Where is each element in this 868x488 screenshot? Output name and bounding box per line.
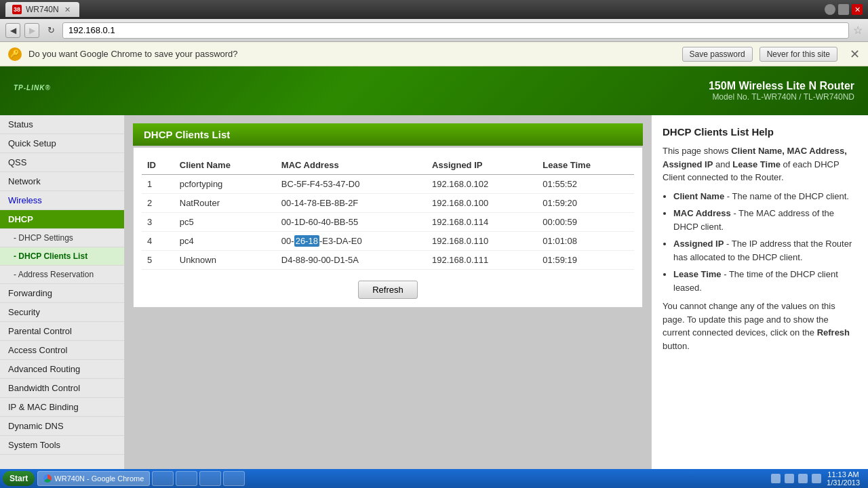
sidebar-item-dhcp-settings[interactable]: - DHCP Settings — [0, 229, 124, 247]
sidebar-item-security[interactable]: Security — [0, 303, 124, 322]
clock: 11:13 AM 1/31/2013 — [827, 470, 860, 487]
sidebar-item-ip-mac-binding[interactable]: IP & MAC Binding — [0, 398, 124, 417]
col-client-name: Client Name — [174, 156, 276, 175]
router-model-number: Model No. TL-WR740N / TL-WR740ND — [709, 92, 854, 102]
sidebar-item-dhcp-clients-list[interactable]: - DHCP Clients List — [0, 247, 124, 266]
tab-favicon: 38 — [12, 5, 22, 14]
table-row: 2 NatRouter 00-14-78-EB-8B-2F 192.168.0.… — [142, 194, 634, 213]
help-item-client-name: Client Name - The name of the DHCP clien… — [673, 190, 857, 203]
taskbar-app-2[interactable] — [152, 471, 174, 486]
router-model-info: 150M Wireless Lite N Router Model No. TL… — [709, 80, 854, 102]
help-bold-lease: Lease Time — [732, 159, 781, 169]
sidebar-item-qss[interactable]: QSS — [0, 153, 124, 172]
tab-title: WR740N — [26, 5, 59, 14]
cell-client-name: pc4 — [174, 232, 276, 251]
browser-tab[interactable]: 38 WR740N ✕ — [5, 2, 79, 17]
cell-ip: 192.168.0.102 — [427, 175, 537, 194]
sidebar-item-access-control[interactable]: Access Control — [0, 341, 124, 360]
help-intro-text: This page shows — [663, 146, 731, 156]
forward-button[interactable]: ▶ — [24, 23, 39, 38]
help-item-assigned-ip: Assigned IP - The IP address that the Ro… — [673, 237, 857, 264]
sidebar-item-advanced-routing[interactable]: Advanced Routing — [0, 360, 124, 379]
password-bar-close-icon[interactable]: ✕ — [850, 47, 860, 62]
sidebar-item-bandwidth-control[interactable]: Bandwidth Control — [0, 379, 124, 398]
mac-part1: 00- — [281, 236, 294, 246]
never-for-site-button[interactable]: Never for this site — [760, 47, 837, 62]
taskbar-apps: WR740N - Google Chrome — [37, 471, 763, 486]
cell-client-name: pc5 — [174, 213, 276, 232]
cell-id: 1 — [142, 175, 174, 194]
dhcp-table-wrapper: ID Client Name MAC Address Assigned IP L… — [133, 147, 643, 308]
sidebar-item-network[interactable]: Network — [0, 172, 124, 191]
dhcp-table-title: DHCP Clients List — [133, 123, 643, 146]
sidebar-item-wireless[interactable]: Wireless — [0, 191, 124, 210]
cell-lease: 01:59:20 — [537, 194, 634, 213]
cell-mac: 00-1D-60-40-BB-55 — [276, 213, 427, 232]
help-refresh-bold: Refresh — [817, 327, 850, 338]
refresh-button[interactable]: ↻ — [43, 23, 58, 38]
table-row: 1 pcfortyping BC-5F-F4-53-47-D0 192.168.… — [142, 175, 634, 194]
browser-toolbar: ◀ ▶ ↻ ☆ — [0, 19, 868, 42]
cell-id: 2 — [142, 194, 174, 213]
sidebar-item-dynamic-dns[interactable]: Dynamic DNS — [0, 417, 124, 436]
address-bar[interactable] — [62, 22, 849, 39]
taskbar-app-5[interactable] — [223, 471, 245, 486]
help-intro-paragraph: This page shows Client Name, MAC Address… — [663, 144, 857, 184]
cell-client-name: pcfortyping — [174, 175, 276, 194]
refresh-table-button[interactable]: Refresh — [358, 281, 418, 299]
chrome-icon — [43, 474, 52, 483]
table-row: 4 pc4 00-26-18-E3-DA-E0 192.168.0.110 01… — [142, 232, 634, 251]
tray-icon-2 — [785, 474, 794, 483]
table-row: 3 pc5 00-1D-60-40-BB-55 192.168.0.114 00… — [142, 213, 634, 232]
cell-lease: 01:01:08 — [537, 232, 634, 251]
taskbar-app-3[interactable] — [176, 471, 197, 486]
cell-ip: 192.168.0.100 — [427, 194, 537, 213]
sidebar-item-system-tools[interactable]: System Tools — [0, 436, 124, 455]
cell-lease: 01:55:52 — [537, 175, 634, 194]
tray-icon-4 — [812, 474, 821, 483]
start-button[interactable]: Start — [3, 471, 35, 486]
sidebar-item-status[interactable]: Status — [0, 115, 124, 134]
minimize-btn[interactable] — [825, 4, 835, 15]
taskbar-app-chrome[interactable]: WR740N - Google Chrome — [37, 471, 150, 486]
password-save-bar: 🔑 Do you want Google Chrome to save your… — [0, 42, 868, 66]
cell-client-name: NatRouter — [174, 194, 276, 213]
close-btn[interactable]: ✕ — [852, 4, 863, 15]
cell-lease: 01:59:19 — [537, 251, 634, 270]
sidebar-item-quick-setup[interactable]: Quick Setup — [0, 134, 124, 153]
taskbar-app-4[interactable] — [199, 471, 221, 486]
col-id: ID — [142, 156, 174, 175]
mac-part2: -E3-DA-E0 — [319, 236, 362, 246]
col-lease: Lease Time — [537, 156, 634, 175]
mac-highlight: 26-18 — [294, 235, 319, 247]
tp-link-logo: TP-LINK® — [14, 80, 51, 102]
router-body: Status Quick Setup QSS Network Wireless … — [0, 115, 868, 469]
sidebar-item-parental-control[interactable]: Parental Control — [0, 322, 124, 341]
main-content-panel: DHCP Clients List ID Client Name MAC Add… — [125, 115, 651, 469]
maximize-btn[interactable] — [838, 4, 849, 15]
browser-titlebar: 38 WR740N ✕ ✕ — [0, 0, 868, 19]
tab-close-btn[interactable]: ✕ — [63, 5, 73, 14]
col-mac: MAC Address — [276, 156, 427, 175]
taskbar: Start WR740N - Google Chrome 11:13 AM 1/… — [0, 469, 868, 488]
bookmark-icon[interactable]: ☆ — [853, 24, 863, 37]
sidebar-item-forwarding[interactable]: Forwarding — [0, 284, 124, 303]
sidebar-item-dhcp[interactable]: DHCP — [0, 210, 124, 229]
logo-text: TP-LINK — [14, 84, 45, 92]
cell-id: 3 — [142, 213, 174, 232]
dhcp-clients-table: ID Client Name MAC Address Assigned IP L… — [142, 156, 634, 270]
router-model-name: 150M Wireless Lite N Router — [709, 80, 854, 92]
taskbar-right: 11:13 AM 1/31/2013 — [766, 470, 865, 487]
cell-ip: 192.168.0.114 — [427, 213, 537, 232]
sidebar-item-address-reservation[interactable]: - Address Reservation — [0, 266, 124, 284]
help-panel: DHCP Clients List Help This page shows C… — [651, 115, 868, 469]
taskbar-app-label: WR740N - Google Chrome — [54, 474, 144, 483]
save-password-button[interactable]: Save password — [682, 47, 753, 62]
password-key-icon: 🔑 — [8, 47, 22, 61]
cell-mac: 00-26-18-E3-DA-E0 — [276, 232, 427, 251]
time-display: 11:13 AM — [827, 470, 859, 479]
router-header: TP-LINK® 150M Wireless Lite N Router Mod… — [0, 66, 868, 115]
cell-mac: 00-14-78-EB-8B-2F — [276, 194, 427, 213]
back-button[interactable]: ◀ — [5, 23, 20, 38]
password-bar-text: Do you want Google Chrome to save your p… — [28, 49, 675, 59]
